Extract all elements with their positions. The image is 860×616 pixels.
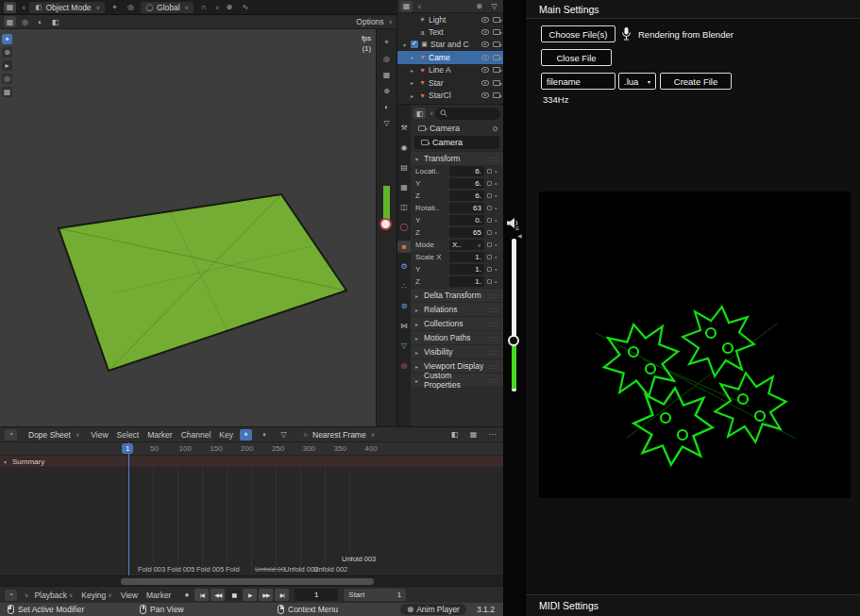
gizmo-icon[interactable]: ◎ (380, 53, 393, 64)
timeline-marker[interactable]: Fold 005 (167, 565, 196, 574)
properties-search-input[interactable] (435, 108, 500, 120)
collection-checkbox[interactable] (411, 41, 418, 48)
lock-icon[interactable] (487, 255, 492, 259)
cursor-tool-icon[interactable]: ⊕ (2, 47, 12, 58)
filter-icon[interactable]: ▽ (488, 1, 500, 12)
disable-render-icon[interactable] (493, 55, 500, 60)
collapsed-panel-header[interactable]: ▸ Collections (411, 316, 503, 330)
anim-player-pill[interactable]: ⊗ Anim Player (400, 604, 466, 615)
lock-icon[interactable] (487, 181, 492, 186)
disable-render-icon[interactable] (493, 29, 500, 35)
value-field[interactable]: X.. ∨ (449, 240, 484, 250)
timeline-marker[interactable]: Fold (226, 565, 255, 574)
viewport-3d[interactable]: ⌖ ⊕ ▸ ◎ ▦ fps (1) (0, 29, 376, 426)
animate-dot-icon[interactable] (495, 168, 497, 175)
tab-scene[interactable]: ◫ (397, 201, 411, 213)
disable-render-icon[interactable] (493, 92, 500, 98)
expand-arrow-icon[interactable]: ▾ (403, 42, 409, 48)
expand-arrow-icon[interactable]: ▸ (411, 79, 416, 86)
current-frame-badge[interactable]: 1 (122, 443, 133, 454)
tab-object[interactable]: ■ (397, 241, 411, 253)
hide-eye-icon[interactable] (481, 17, 489, 23)
tab-particles[interactable]: ∴ (397, 280, 411, 292)
disable-render-icon[interactable] (493, 17, 500, 23)
hide-eye-icon[interactable] (481, 80, 489, 86)
drag-handle-icon[interactable] (489, 363, 498, 370)
lock-icon[interactable] (487, 193, 492, 198)
summary-channel[interactable]: ▾ Summary (0, 456, 503, 467)
animate-dot-icon[interactable] (495, 254, 497, 260)
tab-output[interactable]: ▤ (397, 161, 411, 174)
outliner-editor-icon[interactable]: ▦ (400, 1, 413, 12)
gizmo-icon[interactable]: ▦ (380, 69, 393, 80)
start-frame-slider[interactable]: Start 1 (344, 589, 406, 601)
outliner-row-starcl[interactable]: ▸ ▼ StarCl (397, 89, 503, 101)
options-menu[interactable]: Options (356, 17, 383, 26)
hide-eye-icon[interactable] (481, 29, 489, 35)
outliner-row-star-collection[interactable]: ▾ ▣ Star and C (397, 39, 503, 51)
select-box-tool-icon[interactable]: ⌖ (2, 34, 12, 44)
tab-view-layer[interactable]: ▦ (397, 181, 411, 193)
animate-dot-icon[interactable] (495, 229, 497, 236)
view-layer-icon[interactable]: ▦ (4, 16, 16, 27)
copy-icon[interactable]: ◧ (448, 429, 461, 441)
animate-dot-icon[interactable] (495, 266, 497, 273)
value-field[interactable]: 6. ∨ (449, 166, 484, 176)
keyframe-canvas[interactable]: Fold 003Fold 005Fold 005FoldUnfold 00Unf… (0, 467, 503, 575)
move-tool-icon[interactable]: ▸ (2, 60, 12, 71)
outliner-row-text[interactable]: a Text (397, 25, 503, 38)
tab-object-data[interactable]: ▽ (397, 340, 411, 352)
scale-tool-icon[interactable]: ▦ (2, 87, 12, 97)
animate-dot-icon[interactable] (495, 217, 497, 224)
outliner-row-camera[interactable]: ▸ ▼ Came (397, 51, 503, 63)
play-button[interactable]: ▶ (243, 589, 257, 601)
gizmo-toggle-icon[interactable]: ◎ (19, 16, 31, 27)
collapsed-panel-header[interactable]: ▸ Motion Paths (411, 330, 503, 344)
animate-dot-icon[interactable] (495, 278, 497, 285)
tab-physics[interactable]: ⊚ (397, 300, 411, 312)
lock-icon[interactable] (487, 267, 492, 272)
close-circle-icon[interactable]: ⊗ (407, 605, 413, 614)
expand-arrow-icon[interactable]: ▸ (411, 92, 416, 99)
timeline-marker[interactable]: Unfold 001 (284, 565, 313, 574)
menu-item[interactable]: View ∨ (121, 591, 138, 600)
timeline-marker[interactable]: Unfold 00 (255, 565, 284, 574)
value-field[interactable]: 1. ∨ (449, 276, 484, 287)
pause-button[interactable]: ▮▮ (227, 589, 241, 601)
editor-type-icon[interactable]: ▦ (4, 2, 16, 13)
timeline-marker[interactable]: Fold 003 (138, 565, 167, 574)
drag-handle-icon[interactable] (489, 156, 498, 162)
menu-item[interactable]: Marker ∨ (146, 591, 171, 600)
frame-ruler[interactable]: 50100150200250300350400 (0, 442, 503, 456)
value-field[interactable]: 1. ∨ (449, 252, 484, 262)
playhead-line[interactable] (128, 442, 129, 575)
meter-knob[interactable] (379, 218, 392, 230)
menu-item[interactable]: Key (219, 430, 233, 440)
tab-world[interactable]: ◯ (397, 221, 411, 233)
lock-icon[interactable] (487, 218, 492, 223)
outliner-row-light[interactable]: ☀ Light (397, 13, 503, 25)
animate-dot-icon[interactable] (495, 241, 497, 248)
record-button[interactable]: ● (184, 591, 189, 599)
menu-item[interactable]: Channel (181, 430, 211, 440)
properties-editor-icon[interactable]: ◧ (413, 108, 426, 119)
gizmo-icon[interactable]: ⊕ (380, 85, 393, 96)
disable-render-icon[interactable] (493, 67, 500, 73)
volume-knob[interactable] (508, 335, 519, 346)
value-field[interactable]: 0. ∨ (449, 215, 484, 225)
prev-keyframe-button[interactable]: ◀◀ (211, 589, 225, 601)
jump-to-start-button[interactable]: |◀ (194, 589, 209, 601)
lock-icon[interactable] (487, 242, 492, 247)
choose-files-button[interactable]: Choose File(s) (541, 25, 615, 42)
drag-handle-icon[interactable] (489, 292, 498, 299)
paste-icon[interactable]: ▦ (467, 429, 480, 441)
outliner-row-line-a[interactable]: ▸ ▼ Line A (397, 64, 503, 76)
collapsed-panel-header[interactable]: ▸ Delta Transform (411, 288, 503, 302)
drag-handle-icon[interactable] (489, 321, 498, 327)
hide-eye-icon[interactable] (481, 42, 489, 47)
scrollbar-thumb[interactable] (121, 578, 374, 585)
resize-triangle-icon[interactable]: ◀ (517, 232, 522, 239)
drag-handle-icon[interactable] (489, 307, 498, 313)
dope-sheet-mode-dropdown[interactable]: Dope Sheet ∨ (24, 429, 84, 441)
pivot-point-icon[interactable]: ◎ (125, 2, 137, 13)
